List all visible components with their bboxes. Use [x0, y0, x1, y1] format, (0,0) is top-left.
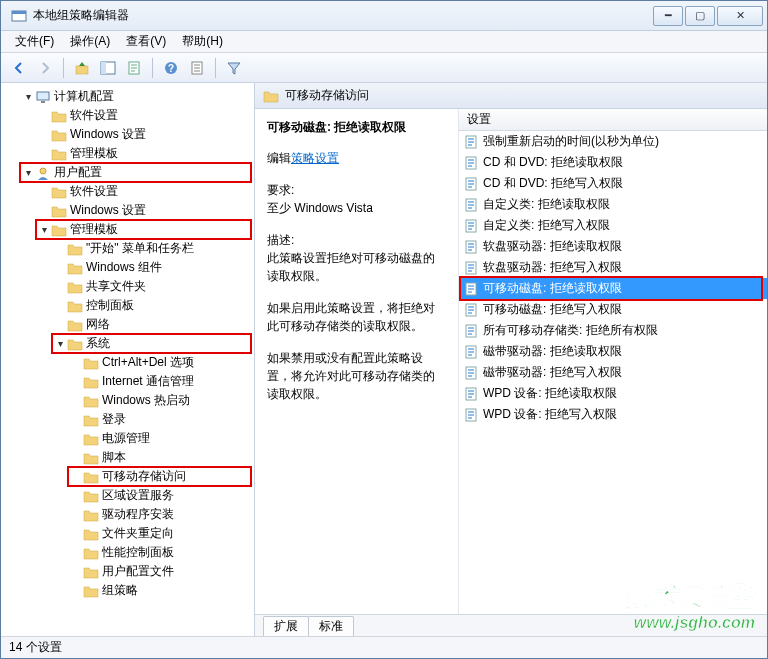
- tabs-bar: 扩展 标准: [255, 614, 767, 636]
- svg-rect-4: [101, 62, 106, 74]
- tree-item-label: 计算机配置: [54, 88, 114, 105]
- requirements-value: 至少 Windows Vista: [267, 199, 446, 217]
- menu-help[interactable]: 帮助(H): [174, 31, 231, 52]
- tree-item[interactable]: 网络: [1, 315, 254, 334]
- setting-item[interactable]: 自定义类: 拒绝写入权限: [459, 215, 767, 236]
- setting-label: 软盘驱动器: 拒绝读取权限: [483, 238, 622, 255]
- tree-item[interactable]: 软件设置: [1, 106, 254, 125]
- setting-item[interactable]: CD 和 DVD: 拒绝读取权限: [459, 152, 767, 173]
- right-header-title: 可移动存储访问: [285, 87, 369, 104]
- minimize-button[interactable]: ━: [653, 6, 683, 26]
- close-button[interactable]: ✕: [717, 6, 763, 26]
- tree-item[interactable]: 驱动程序安装: [1, 505, 254, 524]
- setting-item[interactable]: CD 和 DVD: 拒绝写入权限: [459, 173, 767, 194]
- show-hide-tree-button[interactable]: [96, 56, 120, 80]
- policy-item-icon: [463, 218, 479, 234]
- folder-icon: [67, 261, 83, 275]
- tree-pane[interactable]: 计算机配置软件设置Windows 设置管理模板用户配置软件设置Windows 设…: [1, 83, 255, 636]
- setting-item[interactable]: WPD 设备: 拒绝写入权限: [459, 404, 767, 425]
- policy-item-icon: [463, 239, 479, 255]
- tree-item[interactable]: Windows 设置: [1, 125, 254, 144]
- folder-icon: [83, 394, 99, 408]
- tree-item[interactable]: Internet 通信管理: [1, 372, 254, 391]
- setting-item[interactable]: 自定义类: 拒绝读取权限: [459, 194, 767, 215]
- setting-label: CD 和 DVD: 拒绝写入权限: [483, 175, 623, 192]
- app-icon: [11, 8, 27, 24]
- edit-policy-link[interactable]: 策略设置: [291, 151, 339, 165]
- tree-item-label: 软件设置: [70, 183, 118, 200]
- tree-item[interactable]: 共享文件夹: [1, 277, 254, 296]
- setting-item[interactable]: 可移动磁盘: 拒绝写入权限: [459, 299, 767, 320]
- setting-item[interactable]: 磁带驱动器: 拒绝读取权限: [459, 341, 767, 362]
- menu-view[interactable]: 查看(V): [118, 31, 174, 52]
- user-icon: [35, 166, 51, 180]
- folder-icon: [67, 242, 83, 256]
- folder-icon: [83, 356, 99, 370]
- tree-item-label: 软件设置: [70, 107, 118, 124]
- setting-item[interactable]: 可移动磁盘: 拒绝读取权限: [459, 278, 767, 299]
- tree-item[interactable]: 软件设置: [1, 182, 254, 201]
- tree-item[interactable]: Windows 组件: [1, 258, 254, 277]
- tree-item[interactable]: 电源管理: [1, 429, 254, 448]
- tree-item-label: "开始" 菜单和任务栏: [86, 240, 194, 257]
- tree-item[interactable]: 文件夹重定向: [1, 524, 254, 543]
- tree-item[interactable]: "开始" 菜单和任务栏: [1, 239, 254, 258]
- toolbar-separator: [215, 58, 216, 78]
- tree-item[interactable]: 管理模板: [1, 220, 254, 239]
- up-button[interactable]: [70, 56, 94, 80]
- tree-item-label: 系统: [86, 335, 110, 352]
- svg-rect-2: [76, 66, 88, 74]
- setting-item[interactable]: 软盘驱动器: 拒绝写入权限: [459, 257, 767, 278]
- tree-item[interactable]: 性能控制面板: [1, 543, 254, 562]
- tree-item[interactable]: 脚本: [1, 448, 254, 467]
- tab-extended[interactable]: 扩展: [263, 616, 309, 636]
- maximize-button[interactable]: ▢: [685, 6, 715, 26]
- export-button[interactable]: [122, 56, 146, 80]
- tree-item[interactable]: 用户配置: [1, 163, 254, 182]
- menu-action[interactable]: 操作(A): [62, 31, 118, 52]
- filter-button[interactable]: [222, 56, 246, 80]
- tree-item[interactable]: Windows 热启动: [1, 391, 254, 410]
- toolbar: ?: [1, 53, 767, 83]
- expand-arrow-icon[interactable]: [37, 224, 51, 235]
- setting-label: WPD 设备: 拒绝读取权限: [483, 385, 617, 402]
- tree-item[interactable]: Ctrl+Alt+Del 选项: [1, 353, 254, 372]
- tab-standard[interactable]: 标准: [308, 616, 354, 636]
- setting-item[interactable]: 磁带驱动器: 拒绝写入权限: [459, 362, 767, 383]
- expand-arrow-icon[interactable]: [21, 167, 35, 178]
- setting-item[interactable]: 软盘驱动器: 拒绝读取权限: [459, 236, 767, 257]
- tree-item[interactable]: 区域设置服务: [1, 486, 254, 505]
- tree-item[interactable]: Windows 设置: [1, 201, 254, 220]
- tree-item[interactable]: 管理模板: [1, 144, 254, 163]
- description-pane: 可移动磁盘: 拒绝读取权限 编辑策略设置 要求: 至少 Windows Vist…: [255, 109, 459, 614]
- tree-item-label: 驱动程序安装: [102, 506, 174, 523]
- expand-arrow-icon[interactable]: [21, 91, 35, 102]
- menu-file[interactable]: 文件(F): [7, 31, 62, 52]
- tree-item[interactable]: 可移动存储访问: [1, 467, 254, 486]
- folder-icon: [51, 147, 67, 161]
- tree-item-label: Windows 设置: [70, 202, 146, 219]
- expand-arrow-icon[interactable]: [53, 338, 67, 349]
- back-button[interactable]: [7, 56, 31, 80]
- setting-item[interactable]: 强制重新启动的时间(以秒为单位): [459, 131, 767, 152]
- tree-item[interactable]: 登录: [1, 410, 254, 429]
- tree-item[interactable]: 控制面板: [1, 296, 254, 315]
- folder-icon: [83, 470, 99, 484]
- forward-button[interactable]: [33, 56, 57, 80]
- properties-button[interactable]: [185, 56, 209, 80]
- tree-item[interactable]: 组策略: [1, 581, 254, 600]
- setting-item[interactable]: WPD 设备: 拒绝读取权限: [459, 383, 767, 404]
- setting-label: 可移动磁盘: 拒绝读取权限: [483, 280, 622, 297]
- tree-item[interactable]: 系统: [1, 334, 254, 353]
- tree-item-label: 文件夹重定向: [102, 525, 174, 542]
- tree-item-label: 性能控制面板: [102, 544, 174, 561]
- policy-item-icon: [463, 134, 479, 150]
- toolbar-separator: [152, 58, 153, 78]
- tree-item[interactable]: 用户配置文件: [1, 562, 254, 581]
- help-button[interactable]: ?: [159, 56, 183, 80]
- settings-column-header[interactable]: 设置: [459, 109, 767, 131]
- setting-item[interactable]: 所有可移动存储类: 拒绝所有权限: [459, 320, 767, 341]
- folder-icon: [51, 128, 67, 142]
- svg-rect-9: [37, 92, 49, 100]
- tree-item[interactable]: 计算机配置: [1, 87, 254, 106]
